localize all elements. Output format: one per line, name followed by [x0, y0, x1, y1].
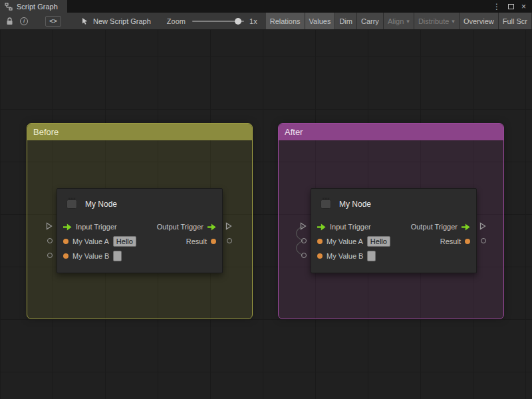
value-b-label: My Value B	[327, 252, 363, 260]
value-a-port-icon[interactable]	[63, 239, 68, 244]
group-after-title: After	[285, 127, 303, 137]
fullscreen-button[interactable]: Full Scr	[499, 13, 532, 29]
group-before-header[interactable]: Before	[27, 124, 252, 140]
external-value-port-right[interactable]	[227, 238, 232, 243]
group-before-title: Before	[33, 127, 59, 137]
graph-pointer-icon	[81, 17, 88, 25]
distribute-dropdown: Distribute ▾	[414, 13, 460, 29]
lock-icon[interactable]	[6, 17, 13, 25]
node-title: My Node	[85, 200, 117, 209]
input-trigger-port-icon[interactable]	[317, 223, 326, 231]
unity-script-graph-window: { "tab": { "title": "Script Graph" }, "w…	[0, 0, 532, 399]
output-trigger-label: Output Trigger	[157, 223, 203, 231]
values-button[interactable]: Values	[305, 13, 336, 29]
carry-button[interactable]: Carry	[357, 13, 384, 29]
edit-source-button[interactable]: <>	[45, 16, 61, 27]
value-b-input[interactable]	[367, 251, 376, 261]
external-trigger-port-right[interactable]	[225, 222, 232, 230]
graph-title: New Script Graph	[93, 17, 151, 25]
zoom-label: Zoom	[167, 17, 186, 25]
menu-kebab-icon[interactable]: ⋮	[493, 3, 501, 11]
maximize-icon[interactable]	[508, 4, 514, 9]
value-a-port-icon[interactable]	[317, 239, 323, 244]
input-trigger-label: Input Trigger	[330, 223, 371, 231]
external-value-port-left-2[interactable]	[301, 253, 307, 258]
result-port-icon[interactable]	[465, 239, 470, 244]
value-b-port-icon[interactable]	[317, 253, 323, 259]
info-icon[interactable]: i	[20, 17, 28, 25]
output-trigger-label: Output Trigger	[411, 223, 458, 231]
result-port-icon[interactable]	[211, 239, 216, 244]
zoom-value: 1x	[249, 17, 257, 25]
chevron-down-icon: ▾	[452, 18, 455, 25]
trigger-row: Input Trigger Output Trigger	[311, 219, 476, 234]
output-trigger-port-icon[interactable]	[207, 223, 216, 231]
node-header[interactable]: My Node	[311, 189, 476, 219]
input-trigger-port-icon[interactable]	[63, 223, 72, 231]
overview-button[interactable]: Overview	[460, 13, 499, 29]
window-controls: ⋮ ×	[487, 0, 532, 13]
value-a-input[interactable]: Hello	[367, 236, 390, 247]
trigger-row: Input Trigger Output Trigger	[57, 219, 222, 234]
node-my-node-before[interactable]: My Node Input Trigger Output Trigger My …	[57, 188, 223, 273]
value-a-row: My Value A Hello Result	[311, 234, 476, 249]
group-after-header[interactable]: After	[279, 124, 503, 140]
value-b-label: My Value B	[72, 252, 109, 260]
input-trigger-label: Input Trigger	[76, 223, 117, 231]
toolbar-buttons: Relations Values Dim Carry Align ▾ Distr…	[266, 13, 532, 29]
zoom-slider-handle[interactable]	[235, 18, 241, 25]
external-trigger-port-left[interactable]	[300, 222, 307, 230]
output-trigger-port-icon[interactable]	[462, 223, 470, 231]
tab-bar: Script Graph ⋮ ×	[0, 0, 532, 13]
node-my-node-after[interactable]: My Node Input Trigger Output Trigger My …	[311, 188, 477, 273]
value-b-input[interactable]	[113, 251, 122, 261]
external-value-port-left-1[interactable]	[301, 238, 307, 243]
tab-script-graph[interactable]: Script Graph	[0, 0, 67, 13]
value-a-label: My Value A	[327, 237, 363, 245]
close-icon[interactable]: ×	[521, 3, 526, 11]
external-trigger-port-left[interactable]	[46, 222, 53, 230]
chevron-down-icon: ▾	[406, 18, 410, 25]
relations-button[interactable]: Relations	[266, 13, 305, 29]
node-icon	[65, 196, 79, 213]
node-title: My Node	[339, 200, 371, 209]
value-b-row: My Value B	[311, 249, 476, 263]
node-icon	[319, 196, 333, 213]
value-a-input[interactable]: Hello	[113, 236, 136, 247]
zoom-slider[interactable]	[192, 21, 244, 22]
graph-toolbar: i <> New Script Graph Zoom 1x Relations …	[0, 13, 532, 30]
node-header[interactable]: My Node	[57, 189, 222, 219]
align-dropdown: Align ▾	[384, 13, 414, 29]
value-b-port-icon[interactable]	[63, 253, 68, 259]
result-label: Result	[186, 237, 207, 245]
value-a-row: My Value A Hello Result	[57, 234, 222, 249]
external-value-port-left-2[interactable]	[47, 253, 53, 258]
value-b-row: My Value B	[57, 249, 222, 263]
external-trigger-port-right[interactable]	[479, 222, 486, 230]
external-value-port-right[interactable]	[481, 238, 486, 243]
script-graph-icon	[5, 3, 13, 11]
result-label: Result	[440, 237, 461, 245]
external-value-port-left-1[interactable]	[47, 238, 53, 243]
dim-button[interactable]: Dim	[335, 13, 357, 29]
tab-title: Script Graph	[17, 3, 58, 11]
value-a-label: My Value A	[72, 237, 109, 245]
